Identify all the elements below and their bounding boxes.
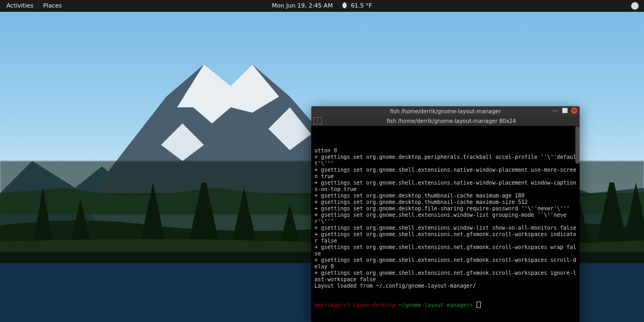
terminal-scrollbar[interactable]: [575, 126, 580, 164]
close-button[interactable]: ✕: [571, 107, 577, 114]
terminal-line: Layout loaded from ~/.config/gnome-layou…: [314, 283, 579, 289]
activities-button[interactable]: Activities: [6, 0, 33, 12]
terminal-body[interactable]: utton 0+ gsettings set org.gnome.desktop…: [311, 126, 580, 322]
system-tray-icon[interactable]: [631, 2, 639, 10]
terminal-line: + gsettings set org.gnome.desktop.periph…: [314, 154, 579, 167]
terminal-line: + gsettings set org.gnome.desktop.thumbn…: [314, 193, 579, 199]
terminal-line: utton 0: [314, 148, 579, 154]
terminal-line: + gsettings set org.gnome.shell.extensio…: [314, 212, 579, 225]
window-title: fish /home/derrik/gnome-layout-manager: [311, 108, 580, 114]
new-tab-button[interactable]: [313, 117, 322, 125]
terminal-line: + gsettings set org.gnome.shell.extensio…: [314, 167, 579, 180]
panel-clock[interactable]: Mon Jun 19, 2:45 AM: [272, 0, 333, 12]
minimize-button[interactable]: —: [552, 107, 558, 114]
terminal-line: + gsettings set org.gnome.shell.extensio…: [314, 180, 579, 193]
terminal-prompt-line: derrik@arch-linux-desktop ~/gnome-layout…: [314, 302, 579, 309]
terminal-line: + gsettings set org.gnome.shell.extensio…: [314, 231, 579, 244]
terminal-tab-title[interactable]: fish /home/derrik/gnome-layout-manager 8…: [325, 118, 577, 124]
terminal-line: + gsettings set org.gnome.shell.extensio…: [314, 257, 579, 270]
temperature-label: 61.5 °F: [351, 2, 372, 9]
weather-indicator[interactable]: 61.5 °F: [342, 0, 372, 12]
maximize-button[interactable]: ⬜: [561, 107, 568, 114]
top-panel: Activities Places Mon Jun 19, 2:45 AM 61…: [0, 0, 644, 12]
terminal-output: utton 0+ gsettings set org.gnome.desktop…: [314, 148, 579, 289]
desktop: Activities Places Mon Jun 19, 2:45 AM 61…: [0, 0, 644, 322]
prompt-user-host: derrik@arch-linux-desktop: [314, 302, 396, 308]
terminal-line: + gsettings set org.gnome.desktop.thumbn…: [314, 199, 579, 206]
window-controls: — ⬜ ✕: [552, 107, 577, 114]
terminal-line: + gsettings set org.gnome.shell.extensio…: [314, 244, 579, 257]
window-titlebar[interactable]: fish /home/derrik/gnome-layout-manager —…: [311, 106, 580, 116]
places-button[interactable]: Places: [43, 0, 62, 12]
prompt-path: ~/gnome-layout-manager>: [399, 302, 473, 308]
moon-icon: [342, 2, 349, 9]
terminal-tabbar: fish /home/derrik/gnome-layout-manager 8…: [311, 116, 580, 126]
terminal-line: + gsettings set org.gnome.desktop.file-s…: [314, 206, 579, 212]
terminal-line: + gsettings set org.gnome.shell.extensio…: [314, 225, 579, 231]
terminal-line: + gsettings set org.gnome.shell.extensio…: [314, 270, 579, 283]
terminal-window[interactable]: fish /home/derrik/gnome-layout-manager —…: [311, 106, 580, 322]
terminal-cursor: [477, 302, 480, 308]
